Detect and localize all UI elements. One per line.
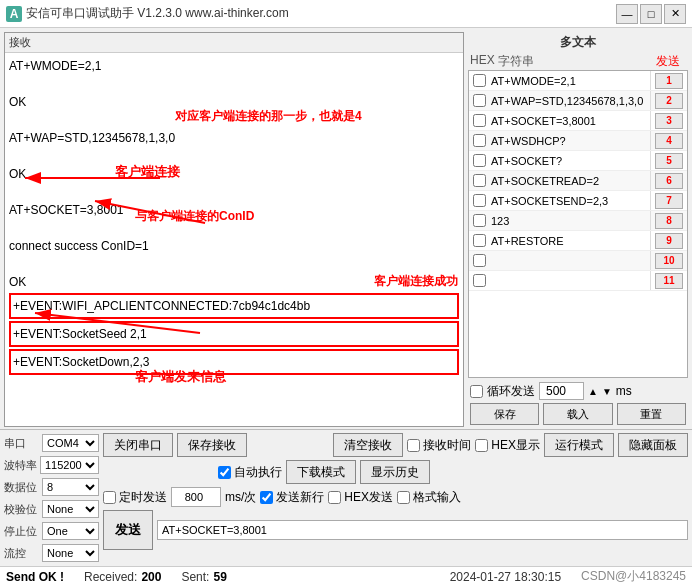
stop-select[interactable]: One <box>42 522 99 540</box>
row3-send-btn[interactable]: 3 <box>655 113 683 129</box>
received-label: Received: <box>84 570 137 584</box>
newline-check[interactable]: 发送新行 <box>260 489 324 506</box>
row2-checkbox[interactable] <box>473 94 486 107</box>
row7-send-btn[interactable]: 7 <box>655 193 683 209</box>
row10-send-btn[interactable]: 10 <box>655 253 683 269</box>
format-input-check[interactable]: 格式输入 <box>397 489 461 506</box>
baud-select[interactable]: 115200 <box>40 456 99 474</box>
row3-checkbox[interactable] <box>473 114 486 127</box>
port-select[interactable]: COM4 <box>42 434 99 452</box>
port-row: 串口 COM4 <box>4 433 99 453</box>
loop-spinner-down[interactable]: ▼ <box>602 386 612 397</box>
format-input-checkbox[interactable] <box>397 491 410 504</box>
row4-checkbox[interactable] <box>473 134 486 147</box>
download-mode-button[interactable]: 下载模式 <box>286 460 356 484</box>
data-row: 数据位 8 <box>4 477 99 497</box>
row11-send-btn[interactable]: 11 <box>655 273 683 289</box>
sent-label: Sent: <box>181 570 209 584</box>
row9-checkbox[interactable] <box>473 234 486 247</box>
row11-checkbox[interactable] <box>473 274 486 287</box>
reset-multi-button[interactable]: 重置 <box>617 403 686 425</box>
row5-input[interactable] <box>489 151 651 170</box>
bottom-section: 串口 COM4 波特率 115200 数据位 8 校验位 No <box>0 429 692 566</box>
row11-input[interactable] <box>489 271 651 290</box>
row6-input[interactable] <box>489 171 651 190</box>
timed-send-checkbox[interactable] <box>103 491 116 504</box>
row1-checkbox[interactable] <box>473 74 486 87</box>
row4-send-btn[interactable]: 4 <box>655 133 683 149</box>
hex-send-checkbox[interactable] <box>328 491 341 504</box>
timed-send-label: 定时发送 <box>119 489 167 506</box>
loop-checkbox[interactable] <box>470 385 483 398</box>
row10-input[interactable] <box>489 251 651 270</box>
hex-display-check[interactable]: HEX显示 <box>475 437 540 454</box>
recv-time-check[interactable]: 接收时间 <box>407 437 471 454</box>
row8-send-btn[interactable]: 8 <box>655 213 683 229</box>
row11-check-wrap[interactable] <box>469 274 489 287</box>
close-button[interactable]: ✕ <box>664 4 686 24</box>
send-button[interactable]: 发送 <box>103 510 153 550</box>
row7-check-wrap[interactable] <box>469 194 489 207</box>
row8-checkbox[interactable] <box>473 214 486 227</box>
row5-checkbox[interactable] <box>473 154 486 167</box>
row9-check-wrap[interactable] <box>469 234 489 247</box>
auto-exec-check[interactable]: 自动执行 <box>218 464 282 481</box>
row4-input[interactable] <box>489 131 651 150</box>
parity-row: 校验位 None <box>4 499 99 519</box>
loop-value-input[interactable] <box>539 382 584 400</box>
row10-check-wrap[interactable] <box>469 254 489 267</box>
timed-send-check[interactable]: 定时发送 <box>103 489 167 506</box>
row5-send-btn[interactable]: 5 <box>655 153 683 169</box>
row8-input[interactable] <box>489 211 651 230</box>
close-port-button[interactable]: 关闭串口 <box>103 433 173 457</box>
minimize-button[interactable]: — <box>616 4 638 24</box>
row6-checkbox[interactable] <box>473 174 486 187</box>
hex-send-check[interactable]: HEX发送 <box>328 489 393 506</box>
load-multi-button[interactable]: 载入 <box>543 403 612 425</box>
timed-value-input[interactable] <box>171 487 221 507</box>
row9-input[interactable] <box>489 231 651 250</box>
row1-check-wrap[interactable] <box>469 74 489 87</box>
row9-send-btn[interactable]: 9 <box>655 233 683 249</box>
middle-controls: 关闭串口 保存接收 清空接收 接收时间 HEX显示 运行模式 隐藏面板 <box>103 433 688 563</box>
flow-select[interactable]: None <box>42 544 99 562</box>
row7-input[interactable] <box>489 191 651 210</box>
sent-value: 59 <box>213 570 226 584</box>
row5-check-wrap[interactable] <box>469 154 489 167</box>
data-select[interactable]: 8 <box>42 478 99 496</box>
row6-check-wrap[interactable] <box>469 174 489 187</box>
loop-spinner-up[interactable]: ▲ <box>588 386 598 397</box>
newline-checkbox[interactable] <box>260 491 273 504</box>
show-history-button[interactable]: 显示历史 <box>360 460 430 484</box>
send-input[interactable] <box>157 520 688 540</box>
hide-panel-button[interactable]: 隐藏面板 <box>618 433 688 457</box>
hex-display-checkbox[interactable] <box>475 439 488 452</box>
row8-check-wrap[interactable] <box>469 214 489 227</box>
row7-checkbox[interactable] <box>473 194 486 207</box>
recv-time-checkbox[interactable] <box>407 439 420 452</box>
row1-send-btn[interactable]: 1 <box>655 73 683 89</box>
auto-exec-checkbox[interactable] <box>218 466 231 479</box>
row6-send-btn[interactable]: 6 <box>655 173 683 189</box>
row10-checkbox[interactable] <box>473 254 486 267</box>
row4-check-wrap[interactable] <box>469 134 489 147</box>
row2-num: 2 <box>651 93 687 109</box>
row2-send-btn[interactable]: 2 <box>655 93 683 109</box>
hex-display-label: HEX显示 <box>491 437 540 454</box>
recv-content[interactable]: AT+WMODE=2,1 OK AT+WAP=STD,12345678,1,3,… <box>5 53 463 381</box>
flow-label: 流控 <box>4 546 42 561</box>
row3-input[interactable] <box>489 111 651 130</box>
parity-select[interactable]: None <box>42 500 99 518</box>
clear-recv-button[interactable]: 清空接收 <box>333 433 403 457</box>
maximize-button[interactable]: □ <box>640 4 662 24</box>
list-item: 7 <box>469 191 687 211</box>
recv-wrapper: AT+WMODE=2,1 OK AT+WAP=STD,12345678,1,3,… <box>5 53 463 426</box>
row1-input[interactable] <box>489 71 651 90</box>
row2-check-wrap[interactable] <box>469 94 489 107</box>
run-mode-button[interactable]: 运行模式 <box>544 433 614 457</box>
row2-input[interactable] <box>489 91 651 110</box>
save-multi-button[interactable]: 保存 <box>470 403 539 425</box>
row3-check-wrap[interactable] <box>469 114 489 127</box>
row5-num: 5 <box>651 153 687 169</box>
save-recv-button[interactable]: 保存接收 <box>177 433 247 457</box>
